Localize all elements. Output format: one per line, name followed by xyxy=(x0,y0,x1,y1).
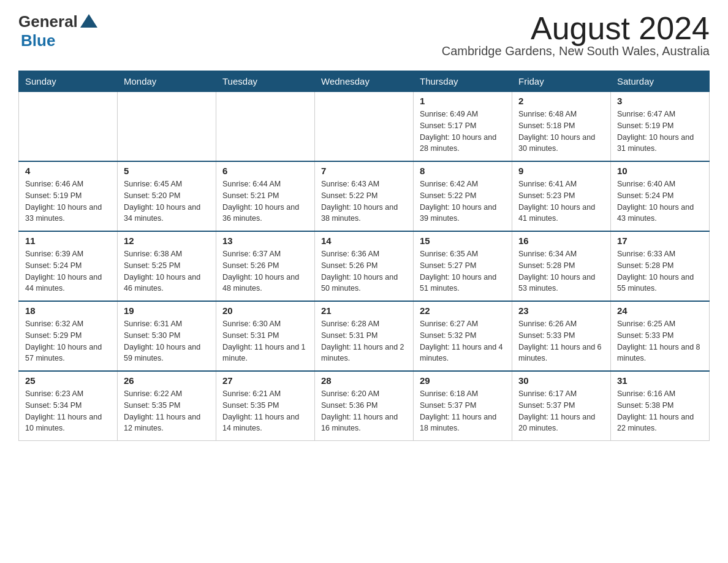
day-info: Sunrise: 6:34 AMSunset: 5:28 PMDaylight:… xyxy=(518,248,604,294)
calendar-week-row: 11Sunrise: 6:39 AMSunset: 5:24 PMDayligh… xyxy=(19,231,710,301)
day-number: 18 xyxy=(25,305,111,316)
table-row: 30Sunrise: 6:17 AMSunset: 5:37 PMDayligh… xyxy=(512,371,611,441)
table-row xyxy=(118,92,216,162)
calendar-week-row: 1Sunrise: 6:49 AMSunset: 5:17 PMDaylight… xyxy=(19,92,710,162)
day-number: 16 xyxy=(518,236,604,246)
day-number: 21 xyxy=(321,305,407,316)
day-info: Sunrise: 6:42 AMSunset: 5:22 PMDaylight:… xyxy=(420,178,506,224)
day-number: 1 xyxy=(420,96,506,106)
day-info: Sunrise: 6:17 AMSunset: 5:37 PMDaylight:… xyxy=(518,388,604,434)
table-row xyxy=(315,92,414,162)
table-row: 7Sunrise: 6:43 AMSunset: 5:22 PMDaylight… xyxy=(315,161,414,231)
day-number: 9 xyxy=(518,166,604,176)
day-number: 3 xyxy=(617,96,703,106)
table-row: 13Sunrise: 6:37 AMSunset: 5:26 PMDayligh… xyxy=(216,231,315,301)
day-info: Sunrise: 6:33 AMSunset: 5:28 PMDaylight:… xyxy=(617,248,703,294)
day-info: Sunrise: 6:28 AMSunset: 5:31 PMDaylight:… xyxy=(321,318,407,364)
logo-triangle-icon xyxy=(80,14,97,28)
day-info: Sunrise: 6:32 AMSunset: 5:29 PMDaylight:… xyxy=(25,318,111,364)
header-sunday: Sunday xyxy=(19,71,118,92)
logo-blue-text: Blue xyxy=(21,31,55,50)
day-number: 15 xyxy=(420,236,506,246)
day-info: Sunrise: 6:40 AMSunset: 5:24 PMDaylight:… xyxy=(617,178,703,224)
logo-general-text: General xyxy=(18,12,78,31)
day-number: 6 xyxy=(222,166,308,176)
day-info: Sunrise: 6:16 AMSunset: 5:38 PMDaylight:… xyxy=(617,388,703,434)
day-number: 25 xyxy=(25,375,111,386)
day-number: 23 xyxy=(518,305,604,316)
day-number: 22 xyxy=(420,305,506,316)
day-info: Sunrise: 6:49 AMSunset: 5:17 PMDaylight:… xyxy=(420,109,506,155)
day-number: 26 xyxy=(124,375,210,386)
calendar-header-row: Sunday Monday Tuesday Wednesday Thursday… xyxy=(19,71,710,92)
day-info: Sunrise: 6:27 AMSunset: 5:32 PMDaylight:… xyxy=(420,318,506,364)
day-info: Sunrise: 6:23 AMSunset: 5:34 PMDaylight:… xyxy=(25,388,111,434)
table-row: 27Sunrise: 6:21 AMSunset: 5:35 PMDayligh… xyxy=(216,371,315,441)
table-row xyxy=(19,92,118,162)
day-info: Sunrise: 6:20 AMSunset: 5:36 PMDaylight:… xyxy=(321,388,407,434)
day-number: 24 xyxy=(617,305,703,316)
table-row: 4Sunrise: 6:46 AMSunset: 5:19 PMDaylight… xyxy=(19,161,118,231)
table-row: 5Sunrise: 6:45 AMSunset: 5:20 PMDaylight… xyxy=(118,161,216,231)
day-info: Sunrise: 6:21 AMSunset: 5:35 PMDaylight:… xyxy=(222,388,308,434)
calendar-week-row: 25Sunrise: 6:23 AMSunset: 5:34 PMDayligh… xyxy=(19,371,710,441)
day-number: 7 xyxy=(321,166,407,176)
day-info: Sunrise: 6:38 AMSunset: 5:25 PMDaylight:… xyxy=(124,248,210,294)
day-number: 4 xyxy=(25,166,111,176)
day-number: 10 xyxy=(617,166,703,176)
table-row: 16Sunrise: 6:34 AMSunset: 5:28 PMDayligh… xyxy=(512,231,611,301)
header-tuesday: Tuesday xyxy=(216,71,315,92)
day-info: Sunrise: 6:35 AMSunset: 5:27 PMDaylight:… xyxy=(420,248,506,294)
day-info: Sunrise: 6:26 AMSunset: 5:33 PMDaylight:… xyxy=(518,318,604,364)
calendar-table: Sunday Monday Tuesday Wednesday Thursday… xyxy=(18,71,710,441)
day-info: Sunrise: 6:46 AMSunset: 5:19 PMDaylight:… xyxy=(25,178,111,224)
table-row: 18Sunrise: 6:32 AMSunset: 5:29 PMDayligh… xyxy=(19,301,118,371)
table-row: 10Sunrise: 6:40 AMSunset: 5:24 PMDayligh… xyxy=(611,161,710,231)
location-subtitle: Cambridge Gardens, New South Wales, Aust… xyxy=(442,44,710,58)
day-info: Sunrise: 6:37 AMSunset: 5:26 PMDaylight:… xyxy=(222,248,308,294)
day-number: 5 xyxy=(124,166,210,176)
header-friday: Friday xyxy=(512,71,611,92)
table-row: 9Sunrise: 6:41 AMSunset: 5:23 PMDaylight… xyxy=(512,161,611,231)
table-row: 8Sunrise: 6:42 AMSunset: 5:22 PMDaylight… xyxy=(414,161,512,231)
table-row: 19Sunrise: 6:31 AMSunset: 5:30 PMDayligh… xyxy=(118,301,216,371)
table-row: 25Sunrise: 6:23 AMSunset: 5:34 PMDayligh… xyxy=(19,371,118,441)
table-row: 6Sunrise: 6:44 AMSunset: 5:21 PMDaylight… xyxy=(216,161,315,231)
day-info: Sunrise: 6:36 AMSunset: 5:26 PMDaylight:… xyxy=(321,248,407,294)
day-info: Sunrise: 6:43 AMSunset: 5:22 PMDaylight:… xyxy=(321,178,407,224)
day-info: Sunrise: 6:41 AMSunset: 5:23 PMDaylight:… xyxy=(518,178,604,224)
table-row: 15Sunrise: 6:35 AMSunset: 5:27 PMDayligh… xyxy=(414,231,512,301)
table-row: 28Sunrise: 6:20 AMSunset: 5:36 PMDayligh… xyxy=(315,371,414,441)
header-saturday: Saturday xyxy=(611,71,710,92)
table-row: 12Sunrise: 6:38 AMSunset: 5:25 PMDayligh… xyxy=(118,231,216,301)
day-info: Sunrise: 6:30 AMSunset: 5:31 PMDaylight:… xyxy=(222,318,308,364)
day-info: Sunrise: 6:22 AMSunset: 5:35 PMDaylight:… xyxy=(124,388,210,434)
table-row: 3Sunrise: 6:47 AMSunset: 5:19 PMDaylight… xyxy=(611,92,710,162)
day-info: Sunrise: 6:25 AMSunset: 5:33 PMDaylight:… xyxy=(617,318,703,364)
day-number: 28 xyxy=(321,375,407,386)
table-row: 31Sunrise: 6:16 AMSunset: 5:38 PMDayligh… xyxy=(611,371,710,441)
page-header: General Blue August 2024 Cambridge Garde… xyxy=(18,12,710,66)
day-number: 31 xyxy=(617,375,703,386)
table-row xyxy=(216,92,315,162)
header-thursday: Thursday xyxy=(414,71,512,92)
table-row: 2Sunrise: 6:48 AMSunset: 5:18 PMDaylight… xyxy=(512,92,611,162)
day-info: Sunrise: 6:18 AMSunset: 5:37 PMDaylight:… xyxy=(420,388,506,434)
header-monday: Monday xyxy=(118,71,216,92)
day-number: 30 xyxy=(518,375,604,386)
day-number: 17 xyxy=(617,236,703,246)
table-row: 21Sunrise: 6:28 AMSunset: 5:31 PMDayligh… xyxy=(315,301,414,371)
day-number: 11 xyxy=(25,236,111,246)
table-row: 20Sunrise: 6:30 AMSunset: 5:31 PMDayligh… xyxy=(216,301,315,371)
day-number: 12 xyxy=(124,236,210,246)
table-row: 22Sunrise: 6:27 AMSunset: 5:32 PMDayligh… xyxy=(414,301,512,371)
day-number: 14 xyxy=(321,236,407,246)
day-number: 20 xyxy=(222,305,308,316)
day-number: 29 xyxy=(420,375,506,386)
header-wednesday: Wednesday xyxy=(315,71,414,92)
day-number: 8 xyxy=(420,166,506,176)
table-row: 26Sunrise: 6:22 AMSunset: 5:35 PMDayligh… xyxy=(118,371,216,441)
day-info: Sunrise: 6:39 AMSunset: 5:24 PMDaylight:… xyxy=(25,248,111,294)
table-row: 23Sunrise: 6:26 AMSunset: 5:33 PMDayligh… xyxy=(512,301,611,371)
table-row: 17Sunrise: 6:33 AMSunset: 5:28 PMDayligh… xyxy=(611,231,710,301)
